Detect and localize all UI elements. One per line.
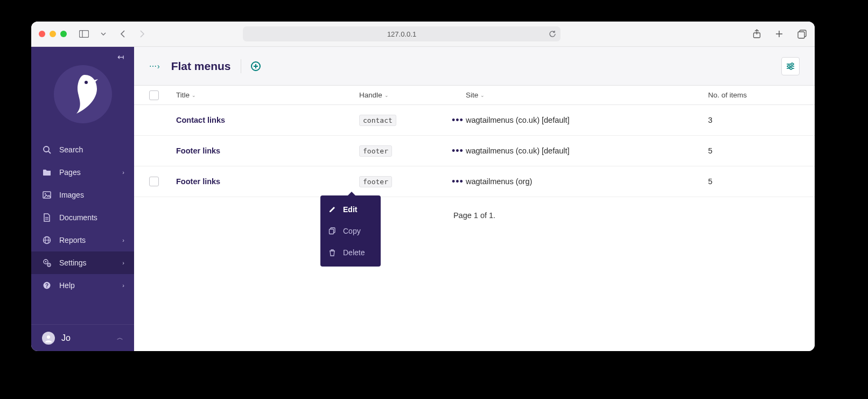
svg-point-11 xyxy=(45,193,46,195)
column-site: Site xyxy=(466,91,478,99)
row-count: 3 xyxy=(708,116,712,124)
nav-reports[interactable]: Reports › xyxy=(31,229,134,251)
main-content: ⋯› Flat menus Title⌄ Handle⌄ Site⌄ No. o… xyxy=(134,47,815,351)
row-actions-popover: Edit Copy Delete xyxy=(320,195,381,267)
trash-icon xyxy=(328,249,337,256)
row-checkbox[interactable] xyxy=(149,177,159,186)
table-row: Footer links ••• footer wagtailmenus (or… xyxy=(134,166,815,197)
row-title-link[interactable]: Contact links xyxy=(176,116,225,124)
nav-search[interactable]: Search xyxy=(31,138,134,161)
chevron-up-icon: ︿ xyxy=(117,333,123,342)
share-icon[interactable] xyxy=(751,29,762,39)
action-delete[interactable]: Delete xyxy=(320,242,381,263)
column-handle: Handle xyxy=(359,91,382,99)
row-actions-button[interactable]: ••• xyxy=(452,115,464,125)
nav-help[interactable]: ? Help › xyxy=(31,274,134,297)
divider xyxy=(241,59,241,73)
dropdown-icon[interactable] xyxy=(98,29,109,39)
svg-line-9 xyxy=(48,151,51,153)
action-copy[interactable]: Copy xyxy=(320,220,381,242)
row-site: wagtailmenus (co.uk) [default] xyxy=(466,116,570,124)
svg-rect-31 xyxy=(330,229,334,234)
svg-rect-6 xyxy=(798,32,804,38)
sliders-icon xyxy=(786,62,795,70)
document-icon xyxy=(42,213,52,222)
svg-point-7 xyxy=(85,81,88,84)
page-title: Flat menus xyxy=(171,60,231,73)
row-count: 5 xyxy=(708,146,712,155)
help-icon: ? xyxy=(42,281,52,290)
globe-icon xyxy=(42,236,52,244)
account-menu[interactable]: Jo ︿ xyxy=(31,324,134,351)
add-button[interactable] xyxy=(251,61,261,71)
tabs-icon[interactable] xyxy=(796,29,807,39)
column-count: No. of items xyxy=(708,91,747,99)
gear-icon xyxy=(42,258,52,267)
browser-window: 127.0.0.1 ↤ xyxy=(31,22,815,351)
account-name: Jo xyxy=(61,333,71,343)
logo xyxy=(31,65,134,123)
pencil-icon xyxy=(328,206,337,213)
back-button[interactable] xyxy=(117,29,128,39)
new-tab-icon[interactable] xyxy=(774,29,785,39)
minimize-window-button[interactable] xyxy=(50,31,56,37)
nav-label: Documents xyxy=(59,213,97,222)
forward-button[interactable] xyxy=(137,29,148,39)
breadcrumb-toggle[interactable]: ⋯› xyxy=(149,62,160,71)
table-header: Title⌄ Handle⌄ Site⌄ No. of items xyxy=(134,86,815,105)
nav-label: Search xyxy=(59,145,83,154)
svg-point-27 xyxy=(788,65,790,67)
row-handle: footer xyxy=(359,176,392,187)
url-bar[interactable]: 127.0.0.1 xyxy=(243,26,561,41)
svg-point-25 xyxy=(791,63,793,65)
collapse-sidebar-icon[interactable]: ↤ xyxy=(117,52,124,62)
row-count: 5 xyxy=(708,177,712,186)
nav-pages[interactable]: Pages › xyxy=(31,161,134,184)
sort-by-site[interactable]: Site⌄ xyxy=(466,91,708,99)
svg-point-29 xyxy=(790,67,792,69)
svg-text:?: ? xyxy=(45,283,48,289)
close-window-button[interactable] xyxy=(39,31,45,37)
row-title-link[interactable]: Footer links xyxy=(176,146,220,155)
row-handle: contact xyxy=(359,115,396,126)
row-site: wagtailmenus (org) xyxy=(466,177,532,186)
window-controls xyxy=(39,31,67,37)
sidebar-toggle-icon[interactable] xyxy=(79,29,89,39)
search-icon xyxy=(42,145,52,154)
sort-caret-icon: ⌄ xyxy=(480,93,485,98)
filter-button[interactable] xyxy=(781,57,800,75)
page-header: ⋯› Flat menus xyxy=(134,47,815,86)
copy-icon xyxy=(328,227,337,235)
reload-icon[interactable] xyxy=(549,30,556,38)
avatar xyxy=(42,332,55,345)
nav-images[interactable]: Images xyxy=(31,184,134,206)
nav-documents[interactable]: Documents xyxy=(31,206,134,229)
table-row: Contact links ••• contact wagtailmenus (… xyxy=(134,105,815,136)
row-handle: footer xyxy=(359,145,392,157)
row-site: wagtailmenus (co.uk) [default] xyxy=(466,146,570,155)
nav-settings[interactable]: Settings › xyxy=(31,251,134,274)
row-title-link[interactable]: Footer links xyxy=(176,177,220,186)
row-actions-button[interactable]: ••• xyxy=(452,177,464,186)
row-actions-button[interactable]: ••• xyxy=(452,146,464,156)
folder-icon xyxy=(42,169,52,176)
nav-label: Reports xyxy=(59,236,86,244)
pagination: Page 1 of 1. xyxy=(134,197,815,234)
action-edit[interactable]: Edit xyxy=(320,199,381,220)
select-all-checkbox[interactable] xyxy=(149,90,159,100)
svg-point-23 xyxy=(47,335,50,339)
action-label: Copy xyxy=(343,227,361,235)
nav-label: Images xyxy=(59,191,84,199)
svg-point-20 xyxy=(48,264,50,265)
maximize-window-button[interactable] xyxy=(60,31,67,37)
table-row: Footer links ••• footer wagtailmenus (co… xyxy=(134,136,815,166)
nav: Search Pages › Images Documents Re xyxy=(31,138,134,297)
svg-rect-0 xyxy=(80,31,89,38)
sort-by-handle[interactable]: Handle⌄ xyxy=(359,91,466,99)
chevron-right-icon: › xyxy=(122,237,124,243)
nav-label: Help xyxy=(59,281,75,290)
chevron-right-icon: › xyxy=(122,260,124,266)
sort-by-title[interactable]: Title⌄ xyxy=(176,91,359,99)
chevron-right-icon: › xyxy=(122,282,124,289)
svg-point-18 xyxy=(45,261,47,263)
